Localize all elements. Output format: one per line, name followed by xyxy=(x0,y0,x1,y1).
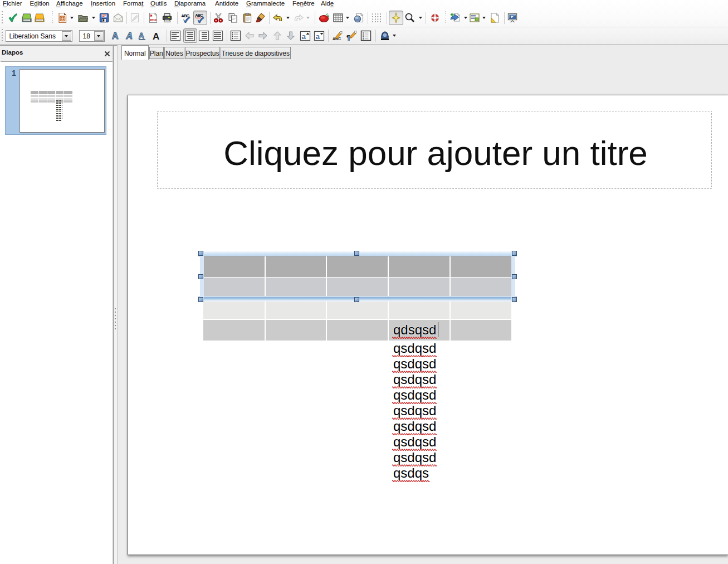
svg-text:ABC: ABC xyxy=(195,13,203,18)
svg-text:A: A xyxy=(112,31,119,41)
svg-text:A: A xyxy=(125,31,133,41)
svg-text:¶: ¶ xyxy=(346,34,350,41)
svg-text:A: A xyxy=(139,31,144,40)
svg-text:PDF: PDF xyxy=(150,17,157,21)
svg-text:a: a xyxy=(316,32,320,41)
svg-text:A: A xyxy=(153,31,159,42)
svg-text:a: a xyxy=(302,32,306,41)
